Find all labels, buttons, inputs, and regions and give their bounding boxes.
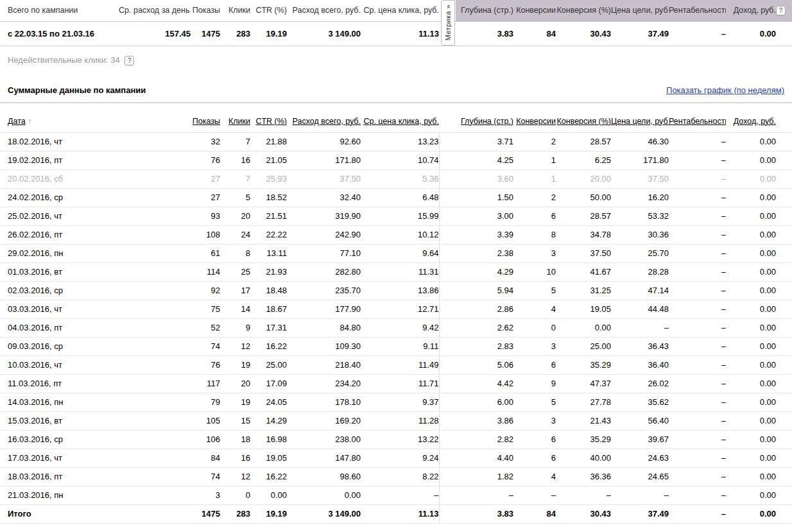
- total-spend-cell: 238.00: [287, 430, 361, 449]
- date-cell: 24.02.2016, ср: [0, 188, 191, 207]
- column-separator: [439, 207, 456, 225]
- shows-cell: 61: [191, 244, 220, 262]
- ctr-cell: 17.31: [250, 318, 287, 337]
- total-spend-cell: 235.70: [287, 281, 361, 300]
- section-title: Суммарные данные по кампании: [8, 85, 146, 95]
- column-header-profitability[interactable]: Рентабельность: [669, 113, 726, 133]
- row-end-cell: [776, 169, 792, 188]
- column-header-date[interactable]: Дата ↑: [0, 113, 191, 133]
- conversion-rate-cell: 0.00: [556, 318, 611, 337]
- column-header-clicks[interactable]: Клики: [220, 113, 250, 133]
- goal-cost-cell: 24.63: [611, 449, 669, 467]
- conversions-cell: 9: [513, 374, 556, 393]
- income-cell: 0.00: [726, 374, 776, 393]
- depth-cell: 4.25: [456, 151, 513, 169]
- conversion-rate-cell: 37.50: [556, 244, 611, 262]
- depth-cell: 4.40: [456, 449, 513, 467]
- conversion-rate-cell: –: [556, 486, 611, 504]
- shows-cell: 27: [191, 188, 220, 207]
- date-cell: 15.03.2016, вт: [0, 411, 191, 430]
- date-cell: 18.03.2016, пт: [0, 467, 191, 486]
- avg-cpc-cell: 9.42: [361, 318, 439, 337]
- clicks-cell: 19: [220, 356, 250, 374]
- conversions-cell: 1: [513, 151, 556, 169]
- table-row: 16.03.2016, ср 106 18 16.98 238.00 13.22…: [0, 430, 792, 449]
- column-separator: [439, 318, 456, 337]
- clicks-cell: 17: [220, 281, 250, 300]
- profitability-cell: –: [669, 225, 726, 244]
- column-header-conversions[interactable]: Конверсии: [513, 113, 556, 133]
- table-row: 17.03.2016, чт 84 16 19.05 147.80 9.24 4…: [0, 449, 792, 467]
- summary-value: 37.49: [611, 21, 669, 46]
- total-spend-cell: 282.80: [287, 262, 361, 281]
- date-cell: 16.03.2016, ср: [0, 430, 191, 449]
- summary-value: 283: [220, 21, 250, 46]
- column-header-goal-cost[interactable]: Цена цели, руб.: [611, 113, 669, 133]
- summary-value: 30.43: [556, 21, 611, 46]
- total-value: –: [669, 504, 726, 523]
- metrika-help-cell: ?: [776, 0, 792, 21]
- conversion-rate-cell: 36.36: [556, 467, 611, 486]
- date-cell: 03.03.2016, чт: [0, 300, 191, 318]
- table-row: 20.02.2016, сб 27 7 25.93 37.50 5.36 3.6…: [0, 169, 792, 188]
- metrika-tab[interactable]: Метрика »: [441, 0, 455, 46]
- show-chart-link[interactable]: Показать график (по неделям): [666, 85, 784, 95]
- conversion-rate-cell: 41.67: [556, 262, 611, 281]
- column-header-ctr[interactable]: CTR (%): [250, 113, 287, 133]
- clicks-cell: 16: [220, 449, 250, 467]
- total-spend-cell: 147.80: [287, 449, 361, 467]
- summary-row: с 22.03.15 по 21.03.16 157.45 1475 283 1…: [0, 21, 792, 46]
- ctr-cell: 25.00: [250, 356, 287, 374]
- total-spend-cell: 177.90: [287, 300, 361, 318]
- row-end-cell: [776, 430, 792, 449]
- total-value: 1475: [191, 504, 220, 523]
- table-row: 09.03.2016, ср 74 12 16.22 109.30 9.11 2…: [0, 337, 792, 356]
- conversion-rate-cell: 25.00: [556, 337, 611, 356]
- shows-cell: 27: [191, 169, 220, 188]
- shows-cell: 52: [191, 318, 220, 337]
- shows-cell: 105: [191, 411, 220, 430]
- column-separator: [439, 300, 456, 318]
- summary-header-avg-daily-spend: Ср. расход за день, руб.: [119, 0, 191, 21]
- total-spend-cell: 32.40: [287, 188, 361, 207]
- column-header-income[interactable]: Доход, руб.: [726, 113, 776, 133]
- help-icon[interactable]: ?: [776, 6, 786, 15]
- shows-cell: 117: [191, 374, 220, 393]
- conversions-cell: 6: [513, 449, 556, 467]
- total-spend-cell: 84.80: [287, 318, 361, 337]
- shows-cell: 32: [191, 132, 220, 151]
- goal-cost-cell: 16.20: [611, 188, 669, 207]
- profitability-cell: –: [669, 393, 726, 411]
- table-row: 15.03.2016, вт 105 15 14.29 169.20 11.28…: [0, 411, 792, 430]
- total-spend-cell: 0.00: [287, 486, 361, 504]
- column-header-total-spend[interactable]: Расход всего, руб.: [287, 113, 361, 133]
- income-cell: 0.00: [726, 244, 776, 262]
- avg-cpc-cell: 9.11: [361, 337, 439, 356]
- stats-tbody: 18.02.2016, чт 32 7 21.88 92.60 13.23 3.…: [0, 132, 792, 504]
- clicks-cell: 5: [220, 188, 250, 207]
- avg-cpc-cell: 15.99: [361, 207, 439, 225]
- column-separator: [439, 374, 456, 393]
- ctr-cell: 14.29: [250, 411, 287, 430]
- income-cell: 0.00: [726, 337, 776, 356]
- table-row: 26.02.2016, пт 108 24 22.22 242.90 10.12…: [0, 225, 792, 244]
- invalid-clicks-value: 34: [110, 55, 119, 65]
- section-header: Суммарные данные по кампании Показать гр…: [0, 85, 792, 103]
- clicks-cell: 12: [220, 467, 250, 486]
- goal-cost-cell: 46.30: [611, 132, 669, 151]
- ctr-cell: 16.98: [250, 430, 287, 449]
- depth-cell: 4.29: [456, 262, 513, 281]
- avg-cpc-cell: 9.37: [361, 393, 439, 411]
- conversions-cell: 6: [513, 430, 556, 449]
- column-header-shows[interactable]: Показы: [191, 113, 220, 133]
- income-cell: 0.00: [726, 449, 776, 467]
- column-header-avg-cpc[interactable]: Ср. цена клика, руб.: [361, 113, 439, 133]
- table-row: 01.03.2016, вт 114 25 21.93 282.80 11.31…: [0, 262, 792, 281]
- column-header-depth[interactable]: Глубина (стр.): [456, 113, 513, 133]
- depth-cell: 3.60: [456, 169, 513, 188]
- summary-header-total: Всего по кампании: [0, 0, 119, 21]
- summary-value: 19.19: [250, 21, 287, 46]
- depth-cell: 5.94: [456, 281, 513, 300]
- column-header-conversion-rate[interactable]: Конверсия (%): [556, 113, 611, 133]
- help-icon[interactable]: ?: [125, 56, 134, 65]
